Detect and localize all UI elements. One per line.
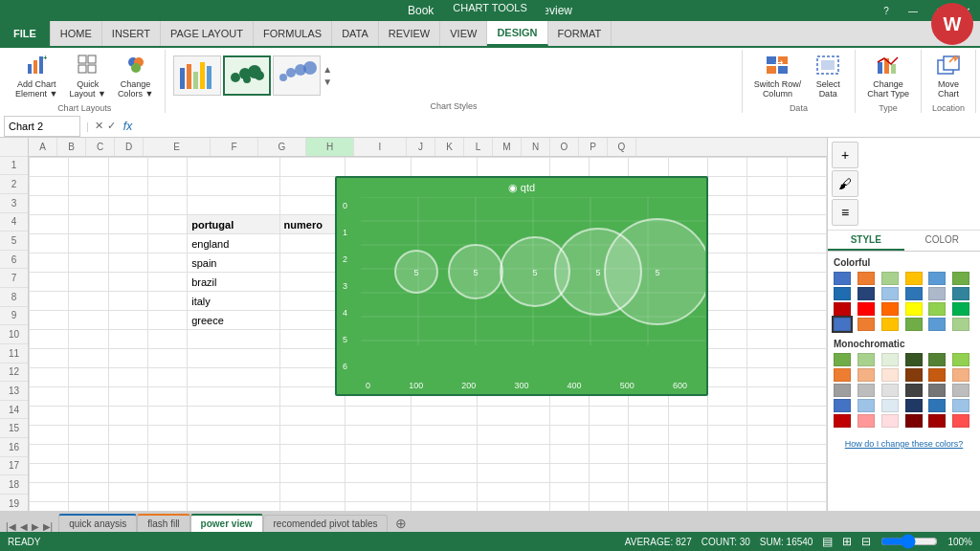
col-o[interactable]: O [550,138,579,156]
swatch[interactable] [952,287,969,300]
swatch[interactable] [952,384,969,397]
swatch[interactable] [881,353,899,366]
swatch[interactable] [952,414,969,428]
swatch[interactable] [928,384,946,397]
chart-style-3[interactable] [273,55,321,96]
swatch[interactable] [858,302,875,316]
move-chart-button[interactable]: MoveChart [929,52,968,101]
swatch[interactable] [952,353,969,366]
swatch[interactable] [928,318,946,331]
swatch[interactable] [834,368,851,382]
normal-view-icon[interactable]: ▤ [822,535,833,548]
col-g[interactable]: G [258,138,306,156]
swatch[interactable] [928,353,946,366]
sheet-scroll-first[interactable]: |◀ [4,521,18,532]
swatch[interactable] [858,414,875,428]
cell-e5[interactable]: england [188,234,279,253]
cell-e7[interactable]: brazil [188,273,279,292]
cell-e6[interactable]: spain [188,253,279,273]
swatch[interactable] [834,384,851,397]
swatch[interactable] [834,287,851,300]
col-n[interactable]: N [522,138,550,156]
col-j[interactable]: J [407,138,435,156]
chart-overlay[interactable]: ◉ qtd 6 5 4 3 2 1 0 [335,176,708,396]
sheet-scroll-prev[interactable]: ◀ [18,521,30,532]
zoom-slider[interactable] [880,538,938,545]
swatch[interactable] [881,302,899,316]
sheet-tab-pivot-tables[interactable]: recomended pivot tables [263,515,389,532]
panel-footer-link[interactable]: How do I change these colors? [834,435,974,452]
col-i[interactable]: I [354,138,407,156]
tab-view[interactable]: VIEW [440,21,487,46]
tab-format[interactable]: FORMAT [548,21,612,46]
swatch[interactable] [905,368,923,382]
tab-formulas[interactable]: FORMULAS [254,21,332,46]
sheet-scroll-next[interactable]: ▶ [30,521,41,532]
add-sheet-button[interactable]: ⊕ [391,515,411,532]
col-p[interactable]: P [579,138,608,156]
swatch[interactable] [881,399,899,412]
swatch[interactable] [834,414,851,428]
style-scroll-down[interactable]: ▼ [323,77,332,87]
sheet-tab-power-view[interactable]: power view [190,514,263,532]
add-chart-element-button[interactable]: + Add ChartElement ▼ [11,52,61,101]
swatch[interactable] [834,302,851,316]
formula-input[interactable] [136,117,980,136]
page-break-view-icon[interactable]: ⊟ [861,535,871,548]
swatch[interactable] [905,272,923,285]
col-k[interactable]: K [435,138,464,156]
swatch[interactable] [905,384,923,397]
col-d[interactable]: D [115,138,144,156]
swatch[interactable] [858,287,875,300]
change-chart-type-button[interactable]: ChangeChart Type [863,52,913,101]
swatch[interactable] [952,302,969,316]
swatch[interactable] [928,272,946,285]
swatch[interactable] [881,384,899,397]
col-f[interactable]: F [211,138,258,156]
swatch[interactable] [858,272,875,285]
swatch[interactable] [905,318,923,331]
cell-e8[interactable]: italy [188,292,279,311]
cell-e9[interactable]: greece [188,311,279,330]
quick-layout-button[interactable]: QuickLayout ▼ [65,52,109,101]
tab-insert[interactable]: INSERT [102,21,161,46]
minimize-button[interactable]: — [900,0,926,21]
swatch[interactable] [834,399,851,412]
swatch[interactable] [858,368,875,382]
col-a[interactable]: A [29,138,57,156]
swatch[interactable] [928,414,946,428]
swatch[interactable] [905,287,923,300]
tab-data[interactable]: DATA [332,21,379,46]
tab-review[interactable]: REVIEW [379,21,440,46]
tab-design[interactable]: DESIGN [487,21,547,46]
chart-style-2[interactable] [223,55,271,96]
cancel-icon[interactable]: ✕ [95,120,103,132]
swatch[interactable] [928,399,946,412]
name-box[interactable] [4,116,80,137]
swatch[interactable] [905,414,923,428]
help-button[interactable]: ? [873,0,900,21]
swatch[interactable] [881,318,899,331]
sheet-tab-flash-fill[interactable]: flash fill [137,514,189,532]
enter-icon[interactable]: ✓ [107,120,116,132]
swatch[interactable] [952,368,969,382]
tab-style[interactable]: STYLE [828,231,904,251]
col-e[interactable]: E [144,138,211,156]
swatch[interactable] [952,272,969,285]
swatch[interactable] [952,318,969,331]
swatch[interactable] [858,318,875,331]
col-m[interactable]: M [493,138,522,156]
swatch[interactable] [881,272,899,285]
swatch[interactable] [881,287,899,300]
chart-style-1[interactable] [173,55,221,96]
swatch[interactable] [881,414,899,428]
swatch[interactable] [905,353,923,366]
swatch[interactable] [928,368,946,382]
tab-home[interactable]: HOME [51,21,102,46]
col-q[interactable]: Q [608,138,636,156]
swatch[interactable] [858,353,875,366]
swatch[interactable] [858,399,875,412]
sheet-scroll-last[interactable]: ▶| [41,521,56,532]
col-h[interactable]: H [306,138,354,156]
page-layout-view-icon[interactable]: ⊞ [842,535,852,548]
